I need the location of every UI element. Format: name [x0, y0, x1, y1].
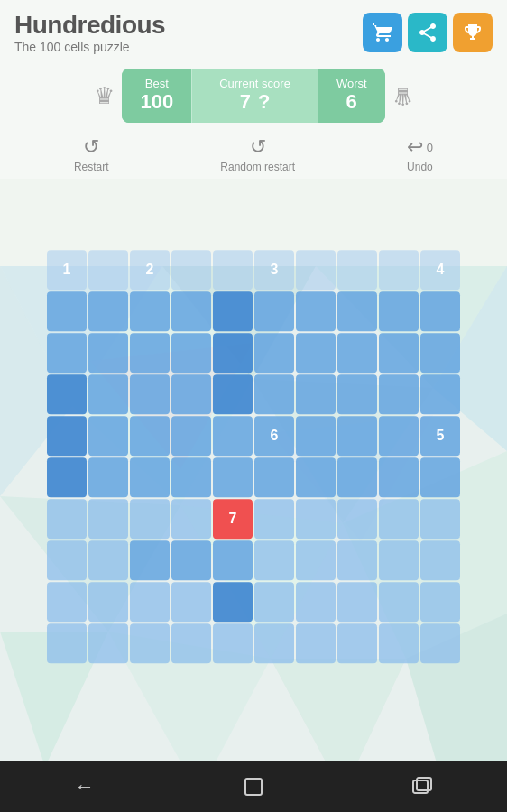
cell-r5c0[interactable]: [47, 457, 87, 497]
cell-r5c9[interactable]: [420, 457, 460, 497]
cell-r0c5[interactable]: 3: [254, 250, 294, 290]
cell-r3c1[interactable]: [88, 374, 128, 414]
cell-r0c0[interactable]: 1: [47, 250, 87, 290]
cell-r5c8[interactable]: [379, 457, 419, 497]
cell-r4c7[interactable]: [337, 416, 377, 456]
cell-r6c3[interactable]: [171, 499, 211, 539]
cell-r2c5[interactable]: [254, 333, 294, 373]
cell-r4c4[interactable]: [213, 416, 253, 456]
cell-r0c3[interactable]: [171, 250, 211, 290]
cell-r5c3[interactable]: [171, 457, 211, 497]
cell-r1c9[interactable]: [420, 291, 460, 331]
cell-r0c1[interactable]: [88, 250, 128, 290]
cell-r5c5[interactable]: [254, 457, 294, 497]
cell-r8c7[interactable]: [337, 582, 377, 622]
cell-r6c8[interactable]: [379, 499, 419, 539]
cell-r1c5[interactable]: [254, 291, 294, 331]
restart-button[interactable]: ↺ Restart: [74, 135, 109, 173]
cell-r0c4[interactable]: [213, 250, 253, 290]
cell-r4c8[interactable]: [379, 416, 419, 456]
cell-r4c1[interactable]: [88, 416, 128, 456]
cell-r3c9[interactable]: [420, 374, 460, 414]
cell-r4c0[interactable]: [47, 416, 87, 456]
cell-r9c1[interactable]: [88, 623, 128, 663]
cell-r9c5[interactable]: [254, 623, 294, 663]
cell-r2c7[interactable]: [337, 333, 377, 373]
cell-r3c6[interactable]: [296, 374, 336, 414]
cell-r9c2[interactable]: [130, 623, 170, 663]
recents-button[interactable]: [395, 769, 449, 805]
back-button[interactable]: ←: [58, 769, 112, 805]
cell-r4c2[interactable]: [130, 416, 170, 456]
cell-r8c3[interactable]: [171, 582, 211, 622]
cell-r4c6[interactable]: [296, 416, 336, 456]
cell-r3c5[interactable]: [254, 374, 294, 414]
cell-r2c9[interactable]: [420, 333, 460, 373]
cell-r4c5[interactable]: 6: [254, 416, 294, 456]
cell-r7c0[interactable]: [47, 540, 87, 580]
cell-r8c8[interactable]: [379, 582, 419, 622]
cell-r5c6[interactable]: [296, 457, 336, 497]
cell-r3c3[interactable]: [171, 374, 211, 414]
share-button[interactable]: [408, 13, 447, 52]
cell-r6c6[interactable]: [296, 499, 336, 539]
cell-r6c7[interactable]: [337, 499, 377, 539]
cell-r2c2[interactable]: [130, 333, 170, 373]
cell-r6c5[interactable]: [254, 499, 294, 539]
cell-r3c0[interactable]: [47, 374, 87, 414]
cell-r8c0[interactable]: [47, 582, 87, 622]
cell-r5c7[interactable]: [337, 457, 377, 497]
cell-r4c9[interactable]: 5: [420, 416, 460, 456]
cell-r7c6[interactable]: [296, 540, 336, 580]
home-button[interactable]: [226, 769, 281, 805]
cell-r8c1[interactable]: [88, 582, 128, 622]
cell-r9c3[interactable]: [171, 623, 211, 663]
cell-r9c6[interactable]: [296, 623, 336, 663]
cell-r2c8[interactable]: [379, 333, 419, 373]
cell-r7c3[interactable]: [171, 540, 211, 580]
cell-r8c2[interactable]: [130, 582, 170, 622]
cell-r9c9[interactable]: [420, 623, 460, 663]
cell-r3c7[interactable]: [337, 374, 377, 414]
cell-r7c5[interactable]: [254, 540, 294, 580]
cell-r5c2[interactable]: [130, 457, 170, 497]
cell-r1c7[interactable]: [337, 291, 377, 331]
cell-r5c1[interactable]: [88, 457, 128, 497]
cell-r1c6[interactable]: [296, 291, 336, 331]
cell-r6c1[interactable]: [88, 499, 128, 539]
cell-r2c1[interactable]: [88, 333, 128, 373]
cell-r8c9[interactable]: [420, 582, 460, 622]
cell-r6c2[interactable]: [130, 499, 170, 539]
cell-r0c2[interactable]: 2: [130, 250, 170, 290]
cell-r7c9[interactable]: [420, 540, 460, 580]
cell-r1c8[interactable]: [379, 291, 419, 331]
cell-r7c2[interactable]: [130, 540, 170, 580]
cell-r7c4[interactable]: [213, 540, 253, 580]
cell-r0c6[interactable]: [296, 250, 336, 290]
cell-r4c3[interactable]: [171, 416, 211, 456]
cell-r8c6[interactable]: [296, 582, 336, 622]
cell-r2c4[interactable]: [213, 333, 253, 373]
cell-r3c4[interactable]: [213, 374, 253, 414]
cart-button[interactable]: [363, 13, 402, 52]
cell-r6c4[interactable]: 7: [213, 499, 253, 539]
cell-r8c5[interactable]: [254, 582, 294, 622]
cell-r9c7[interactable]: [337, 623, 377, 663]
undo-button[interactable]: ↩ 0 Undo: [407, 135, 433, 173]
cell-r0c8[interactable]: [379, 250, 419, 290]
cell-r6c9[interactable]: [420, 499, 460, 539]
random-restart-button[interactable]: ↺ Random restart: [220, 135, 295, 173]
cell-r8c4[interactable]: [213, 582, 253, 622]
trophy-button[interactable]: [453, 13, 493, 52]
cell-r7c7[interactable]: [337, 540, 377, 580]
cell-r1c2[interactable]: [130, 291, 170, 331]
cell-r1c3[interactable]: [171, 291, 211, 331]
cell-r1c0[interactable]: [47, 291, 87, 331]
cell-r0c7[interactable]: [337, 250, 377, 290]
cell-r2c0[interactable]: [47, 333, 87, 373]
cell-r9c8[interactable]: [379, 623, 419, 663]
cell-r9c0[interactable]: [47, 623, 87, 663]
cell-r7c8[interactable]: [379, 540, 419, 580]
cell-r1c4[interactable]: [213, 291, 253, 331]
cell-r7c1[interactable]: [88, 540, 128, 580]
